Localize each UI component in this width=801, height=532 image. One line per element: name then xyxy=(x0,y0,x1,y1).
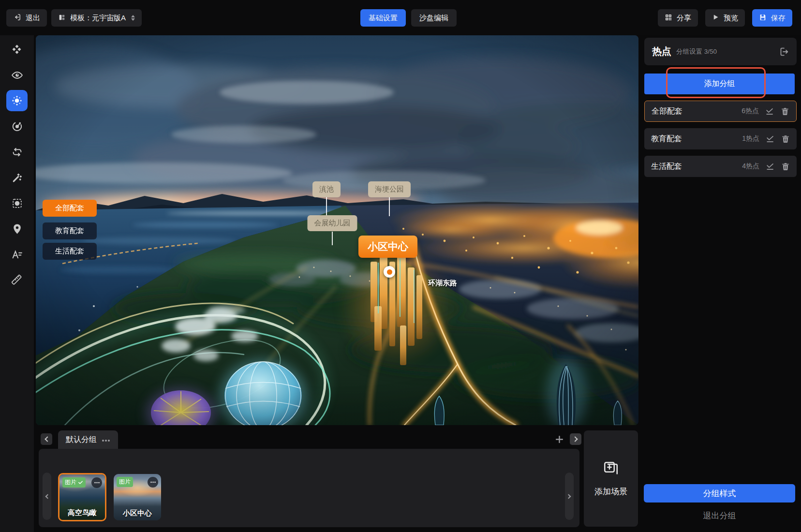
preview-button[interactable]: 预览 xyxy=(705,9,745,27)
hotspot-label-community-center[interactable]: 小区中心 xyxy=(358,236,417,258)
chevron-left-icon xyxy=(45,494,50,499)
delete-group-icon[interactable] xyxy=(781,134,790,143)
qr-code-icon xyxy=(665,14,672,23)
tool-sidebar xyxy=(0,35,34,532)
apps-grid-icon[interactable] xyxy=(6,39,28,60)
hotspot-connector xyxy=(389,197,390,216)
group-count: 6热点 xyxy=(742,107,759,116)
add-scene-label: 添加场景 xyxy=(594,486,627,497)
chevron-right-icon xyxy=(566,494,571,499)
media-type-badge: 图片 xyxy=(117,477,133,487)
save-button[interactable]: 保存 xyxy=(752,9,792,27)
exit-button[interactable]: 退出 xyxy=(6,9,47,27)
panel-subtitle: 分组设置 3/50 xyxy=(676,47,717,56)
topbar-actions: 分享 预览 保存 xyxy=(658,9,792,27)
orbit-view-icon[interactable] xyxy=(6,116,28,137)
community-center-pin[interactable] xyxy=(384,266,395,278)
canvas-filter-education[interactable]: 教育配套 xyxy=(43,222,97,239)
location-pin-icon[interactable] xyxy=(6,218,28,239)
tab-sandbox-edit[interactable]: 沙盘编辑 xyxy=(411,9,457,27)
scene-tabs-prev-button[interactable] xyxy=(41,433,52,445)
road-label: 环湖东路 xyxy=(428,279,457,288)
select-hotspots-icon[interactable] xyxy=(766,134,775,144)
chevron-right-icon xyxy=(572,436,578,442)
save-icon xyxy=(759,14,767,23)
hotspot-label-dianchi[interactable]: 滇池 xyxy=(312,181,341,197)
media-type-badge: 图片 xyxy=(62,477,86,488)
canvas-filter-all[interactable]: 全部配套 xyxy=(43,200,97,217)
magic-wand-icon[interactable] xyxy=(6,167,28,188)
add-scene-icon xyxy=(602,460,620,479)
text-style-icon[interactable] xyxy=(6,244,28,265)
ruler-icon[interactable] xyxy=(6,269,28,291)
group-style-button[interactable]: 分组样式 xyxy=(644,484,795,502)
hotspot-tool-icon[interactable] xyxy=(6,90,28,111)
exit-group-button[interactable]: 退出分组 xyxy=(644,510,795,521)
preview-label: 预览 xyxy=(724,14,738,23)
check-icon xyxy=(78,480,83,485)
add-scene-group-icon[interactable] xyxy=(555,435,564,443)
scene-tab-label: 默认分组 xyxy=(66,435,97,445)
scene-name: 小区中心 xyxy=(114,509,161,518)
select-hotspots-icon[interactable] xyxy=(766,162,775,171)
save-label: 保存 xyxy=(771,14,786,23)
add-group-button[interactable]: 添加分组 xyxy=(644,74,795,94)
add-scene-card[interactable]: 添加场景 xyxy=(584,430,638,527)
panel-collapse-icon[interactable] xyxy=(778,46,789,57)
delete-group-icon[interactable] xyxy=(781,162,790,171)
group-count: 1热点 xyxy=(742,134,759,143)
scene-more-options-icon[interactable] xyxy=(148,477,158,488)
panel-title: 热点 xyxy=(652,45,671,58)
scene-name: 高空鸟瞰 xyxy=(59,508,105,517)
scene-thumbnail-community-center[interactable]: 图片 小区中心 xyxy=(114,474,161,520)
template-icon xyxy=(58,14,66,23)
top-bar: 退出 模板：元宇宙版A 基础设置 沙盘编辑 xyxy=(0,0,801,35)
hotspot-connector xyxy=(332,232,333,245)
scene-group-tab[interactable]: 默认分组 xyxy=(58,430,118,449)
scene-more-options-icon[interactable] xyxy=(91,477,102,488)
panorama-canvas[interactable]: 全部配套 教育配套 生活配套 滇池 海埂公园 会展幼儿园 小区中心 环湖东路 xyxy=(36,35,638,425)
template-dropdown-icon xyxy=(131,15,135,21)
play-icon xyxy=(712,14,719,22)
scene-tabs-next-button[interactable] xyxy=(570,433,581,445)
share-label: 分享 xyxy=(677,14,691,23)
more-options-icon[interactable] xyxy=(102,435,110,444)
group-name: 教育配套 xyxy=(651,134,682,144)
group-row-life[interactable]: 生活配套 4热点 xyxy=(644,156,797,177)
hotspot-connector xyxy=(326,197,327,215)
exit-icon xyxy=(13,13,21,23)
tab-basic-settings[interactable]: 基础设置 xyxy=(360,9,406,27)
image-mask-icon[interactable] xyxy=(6,192,28,214)
group-count: 4热点 xyxy=(742,162,759,171)
thumbnails-scroll-left[interactable] xyxy=(43,473,51,520)
mode-tabs: 基础设置 沙盘编辑 xyxy=(360,9,457,27)
scene-thumbnail-aerial[interactable]: 图片 高空鸟瞰 xyxy=(58,473,106,521)
hotspot-panel-header: 热点 分组设置 3/50 xyxy=(644,38,797,65)
thumbnails-scroll-right[interactable] xyxy=(565,473,574,520)
group-name: 全部配套 xyxy=(652,106,682,117)
delete-group-icon[interactable] xyxy=(781,107,789,116)
canvas-filter-life[interactable]: 生活配套 xyxy=(43,243,97,260)
exit-label: 退出 xyxy=(26,14,40,23)
template-selector[interactable]: 模板：元宇宙版A xyxy=(51,9,142,27)
group-row-education[interactable]: 教育配套 1热点 xyxy=(644,128,797,149)
group-name: 生活配套 xyxy=(651,162,682,172)
hotspot-label-haigeng-park[interactable]: 海埂公园 xyxy=(368,181,411,197)
select-hotspots-icon[interactable] xyxy=(765,107,774,116)
chevron-left-icon xyxy=(44,436,50,442)
hotspot-label-kindergarten[interactable]: 会展幼儿园 xyxy=(308,215,357,231)
share-button[interactable]: 分享 xyxy=(658,9,698,27)
eye-visibility-icon[interactable] xyxy=(6,64,28,86)
template-label: 模板：元宇宙版A xyxy=(70,14,126,23)
loop-arrows-icon[interactable] xyxy=(6,141,28,163)
group-row-all[interactable]: 全部配套 6热点 xyxy=(644,101,797,122)
vr-editor-app: 退出 模板：元宇宙版A 基础设置 沙盘编辑 xyxy=(0,0,801,532)
